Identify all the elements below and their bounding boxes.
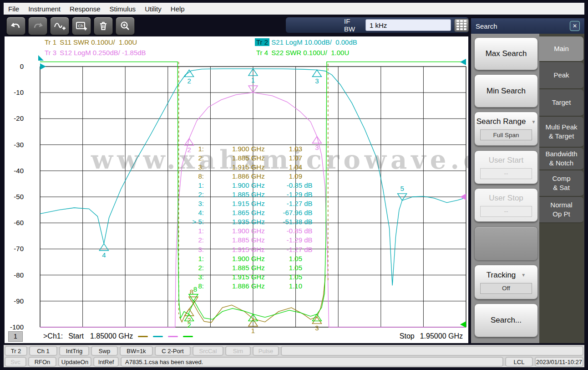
y-axis-tick: 0 <box>20 62 24 70</box>
marker-readout-row: > 5:1.935 GHz-51.38 dB <box>190 217 314 226</box>
status-row-1: Tr 2Ch 1IntTrigSwpBW=1kC 2-PortSrcCalSim… <box>5 346 583 356</box>
marker-number: 2: <box>190 264 204 272</box>
menu-item-utility[interactable]: Utility <box>140 5 166 13</box>
trace-legend-tr-1: Tr 1 S11 SWR 0.100U/ 1.00U <box>43 38 137 46</box>
marker-frequency: 1.886 GHz <box>232 172 278 180</box>
trace-color-dash-tr3 <box>168 336 178 337</box>
status-item-c-2-port[interactable]: C 2-Port <box>155 346 191 356</box>
trace-id[interactable]: Tr 1 <box>43 38 58 46</box>
marker-number: 3: <box>190 163 204 171</box>
svg-text:Ch: Ch <box>78 24 83 28</box>
marker-readout-row: 3:1.915 GHz1.04 <box>190 162 314 171</box>
status-item-intref[interactable]: IntRef <box>93 357 119 367</box>
search-range-button[interactable]: Search Range▼ Full Span <box>474 112 538 146</box>
max-search-button[interactable]: Max Search <box>474 37 538 70</box>
add-trace-button[interactable] <box>50 17 69 35</box>
status-item-svc[interactable]: Svc <box>5 357 26 367</box>
keypad-icon[interactable] <box>454 19 469 32</box>
trace-format: S11 SWR 0.100U/ 1.00U <box>58 38 137 46</box>
status-item-updateon[interactable]: UpdateOn <box>58 357 91 367</box>
stimulus-stop-readout: Stop 1.95000 GHz <box>394 332 463 341</box>
stimulus-start-readout: >Ch1: Start 1.85000 GHz <box>43 332 193 341</box>
reference-position-arrow-tr2 <box>460 59 466 65</box>
y-axis-tick: -100 <box>10 323 24 331</box>
marker-frequency: 1.915 GHz <box>232 200 278 207</box>
undo-button[interactable] <box>6 17 25 35</box>
trace-legend-tr-4: Tr 4 S22 SWR 0.100U/ 1.00U <box>255 49 349 57</box>
marker-unit: dB <box>302 190 314 198</box>
y-axis-tick: -20 <box>14 114 24 122</box>
marker-value: -51.38 <box>278 218 302 226</box>
status-item-srccal[interactable]: SrcCal <box>193 346 223 356</box>
marker-label-tr2-5: 5 <box>400 185 404 192</box>
status-item-tr-2[interactable]: Tr 2 <box>5 346 27 356</box>
reference-position-arrow-tr2 <box>40 63 46 70</box>
marker-number: 1: <box>190 181 204 189</box>
close-icon[interactable]: ✕ <box>570 21 580 31</box>
min-search-button[interactable]: Min Search <box>474 74 538 108</box>
status-item-inttrig[interactable]: IntTrig <box>59 346 89 356</box>
marker-readout-table: 1:1.900 GHz1.032:1.885 GHz1.073:1.915 GH… <box>190 144 314 291</box>
marker-readout-row: 2:1.885 GHz1.07 <box>190 153 314 162</box>
tab-comp-sat[interactable]: Comp & Sat <box>539 170 583 197</box>
trace-id[interactable]: Tr 4 <box>255 49 269 57</box>
marker-number: 2: <box>190 154 204 162</box>
if-bw-input[interactable] <box>365 19 451 31</box>
menu-item-instrument[interactable]: Instrument <box>24 5 65 13</box>
user-stop-button[interactable]: User Stop -- <box>474 188 538 222</box>
y-axis-tick: -30 <box>14 141 24 149</box>
trace-id[interactable]: Tr 3 <box>43 49 58 57</box>
tab-bandwidth-notch[interactable]: Bandwidth & Notch <box>539 148 583 170</box>
marker-number: 1: <box>190 145 204 153</box>
marker-frequency: 1.900 GHz <box>232 181 278 189</box>
trace-color-dash-tr2 <box>153 336 163 337</box>
menu-item-file[interactable]: File <box>4 5 24 13</box>
marker-label-tr2-4: 4 <box>102 251 106 259</box>
marker-label-tr1-1: 1 <box>251 327 255 334</box>
marker-value: 1.05 <box>278 255 302 262</box>
tab-normal-op-pt[interactable]: Normal Op Pt <box>539 197 583 223</box>
tab-target[interactable]: Target <box>539 89 583 117</box>
marker-label-tr2-1: 1 <box>251 76 255 84</box>
softkey-tab-column: MainPeakTargetMulti Peak & TargetBandwid… <box>539 34 584 343</box>
tracking-value: Off <box>480 283 532 294</box>
tab-multi-peak-target[interactable]: Multi Peak & Target <box>539 117 583 148</box>
tracking-button[interactable]: Tracking▼ Off <box>474 265 538 299</box>
menu-item-stimulus[interactable]: Stimulus <box>105 5 141 13</box>
add-channel-button[interactable]: Ch <box>72 17 91 35</box>
trace-id[interactable]: Tr 2 <box>255 38 269 46</box>
marker-number: > 5: <box>190 218 204 226</box>
zoom-button[interactable] <box>116 17 135 35</box>
status-item-pulse[interactable]: Pulse <box>253 346 279 356</box>
delete-button[interactable] <box>94 17 113 35</box>
menu-item-response[interactable]: Response <box>65 5 105 13</box>
user-start-button[interactable]: User Start -- <box>474 150 538 184</box>
status-item-ch-1[interactable]: Ch 1 <box>29 346 57 356</box>
marker-value: 1.05 <box>278 273 302 281</box>
tab-main[interactable]: Main <box>539 36 583 62</box>
marker-label-tr2-2: 2 <box>187 77 191 85</box>
marker-frequency: 1.865 GHz <box>232 209 278 216</box>
reference-position-arrow-tr4 <box>460 321 466 328</box>
marker-tr2-3 <box>312 70 321 77</box>
status-bar: Tr 2Ch 1IntTrigSwpBW=1kC 2-PortSrcCalSim… <box>4 345 584 367</box>
marker-readout-row: 1:1.900 GHz-0.85 dB <box>190 226 314 236</box>
redo-button[interactable] <box>28 17 47 35</box>
status-item-bw-1k[interactable]: BW=1k <box>120 346 153 356</box>
search-dialog-button[interactable]: Search... <box>474 303 538 337</box>
marker-unit: dB <box>302 246 314 253</box>
tab-peak[interactable]: Peak <box>539 62 583 89</box>
menu-item-help[interactable]: Help <box>166 5 189 13</box>
marker-value: -0.85 <box>278 181 302 189</box>
status-item-swp[interactable]: Swp <box>91 346 118 356</box>
status-row-2: SvcRFOnUpdateOnIntRefA7835.1.csa has bee… <box>5 357 583 367</box>
trace-format: S21 LogM 10.00dB/ 0.00dB <box>269 38 357 46</box>
status-item-2023-01-11-10-27: 2023/01/11-10:27 <box>535 357 583 367</box>
marker-readout-row: 2:1.885 GHz1.05 <box>190 263 314 272</box>
add-channel-icon: Ch <box>76 21 87 31</box>
marker-readout-row: 2:1.885 GHz-1.29 dB <box>190 236 314 245</box>
status-item-sim[interactable]: Sim <box>225 346 251 356</box>
marker-frequency: 1.885 GHz <box>232 190 278 198</box>
search-panel-header: Search ✕ <box>471 18 584 34</box>
status-item-rfon[interactable]: RFOn <box>28 357 56 367</box>
